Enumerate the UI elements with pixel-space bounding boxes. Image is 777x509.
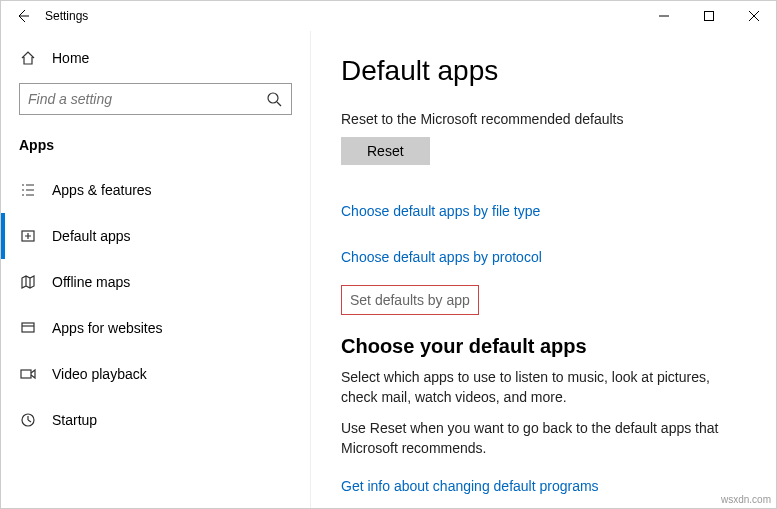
search-icon [265,90,283,108]
defaults-icon [19,227,37,245]
link-choose-by-protocol[interactable]: Choose default apps by protocol [341,241,748,273]
svg-rect-4 [21,370,31,378]
sidebar-item-label: Startup [52,412,97,428]
subheading: Choose your default apps [341,335,748,358]
svg-point-1 [268,93,278,103]
list-icon [19,181,37,199]
startup-icon [19,411,37,429]
reset-description: Reset to the Microsoft recommended defau… [341,111,748,127]
settings-window: Settings Home [0,0,777,509]
sidebar-item-startup[interactable]: Startup [1,397,310,443]
link-choose-by-filetype[interactable]: Choose default apps by file type [341,195,748,227]
window-title: Settings [45,9,88,23]
content-pane: Default apps Reset to the Microsoft reco… [311,31,776,508]
description-2: Use Reset when you want to go back to th… [341,419,748,458]
sidebar-item-label: Default apps [52,228,131,244]
title-bar: Settings [1,1,776,31]
link-set-defaults-by-app[interactable]: Set defaults by app [341,285,479,315]
sidebar-item-label: Video playback [52,366,147,382]
home-icon [19,49,37,67]
reset-button[interactable]: Reset [341,137,430,165]
maximize-button[interactable] [686,1,731,31]
video-icon [19,365,37,383]
search-input[interactable] [28,91,265,107]
sidebar: Home Apps Apps & features Default apps [1,31,311,508]
sidebar-item-label: Apps for websites [52,320,163,336]
sidebar-item-label: Apps & features [52,182,152,198]
svg-rect-3 [22,323,34,332]
page-title: Default apps [341,55,748,87]
home-nav[interactable]: Home [1,39,310,77]
close-icon [749,11,759,21]
svg-rect-0 [704,12,713,21]
home-label: Home [52,50,89,66]
close-button[interactable] [731,1,776,31]
sidebar-item-label: Offline maps [52,274,130,290]
map-icon [19,273,37,291]
websites-icon [19,319,37,337]
back-arrow-icon [15,8,31,24]
sidebar-item-offline-maps[interactable]: Offline maps [1,259,310,305]
link-get-info[interactable]: Get info about changing default programs [341,470,748,502]
watermark: wsxdn.com [721,494,771,505]
description-1: Select which apps to use to listen to mu… [341,368,748,407]
search-box[interactable] [19,83,292,115]
sidebar-item-video-playback[interactable]: Video playback [1,351,310,397]
minimize-icon [659,11,669,21]
maximize-icon [704,11,714,21]
sidebar-item-apps-websites[interactable]: Apps for websites [1,305,310,351]
minimize-button[interactable] [641,1,686,31]
section-header: Apps [1,131,310,167]
back-button[interactable] [9,2,37,30]
sidebar-item-apps-features[interactable]: Apps & features [1,167,310,213]
sidebar-item-default-apps[interactable]: Default apps [1,213,310,259]
